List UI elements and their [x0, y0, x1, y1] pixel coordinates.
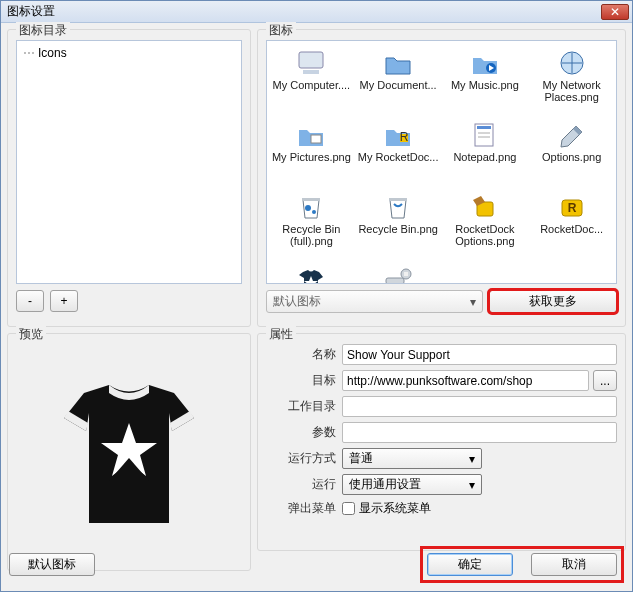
icon-item[interactable]: My Computer....: [269, 45, 354, 115]
properties-legend: 属性: [266, 326, 296, 343]
add-dir-button[interactable]: +: [50, 290, 78, 312]
file-icon: R: [552, 191, 592, 223]
run-value: 使用通用设置: [349, 476, 421, 493]
run-combo[interactable]: 使用通用设置 ▾: [342, 474, 482, 495]
target-label: 目标: [266, 372, 336, 389]
icon-item-label: RocketDock Options.png: [445, 223, 526, 247]
icon-item[interactable]: My Pictures.png: [269, 117, 354, 187]
close-button[interactable]: ✕: [601, 4, 629, 20]
icon-item[interactable]: Recycle Bin (full).png: [269, 189, 354, 259]
svg-text:R: R: [400, 130, 409, 144]
get-more-button[interactable]: 获取更多: [489, 290, 617, 313]
minus-icon: -: [28, 294, 32, 308]
file-icon: [465, 47, 505, 79]
get-more-label: 获取更多: [529, 293, 577, 310]
file-icon: [552, 47, 592, 79]
file-icon: [291, 191, 331, 223]
close-icon: ✕: [610, 5, 620, 19]
icon-item[interactable]: Wrench.png: [356, 261, 441, 284]
icons-legend: 图标: [266, 22, 296, 39]
icon-item-label: My Document...: [360, 79, 437, 91]
name-label: 名称: [266, 346, 336, 363]
shirt-icon: [54, 373, 204, 533]
cancel-button[interactable]: 取消: [531, 553, 617, 576]
ok-label: 确定: [458, 556, 482, 573]
ok-cancel-highlight: 确定 取消: [420, 546, 624, 583]
icon-item[interactable]: RMy RocketDoc...: [356, 117, 441, 187]
icon-item[interactable]: RRocketDoc...: [529, 189, 614, 259]
window-title: 图标设置: [7, 3, 55, 20]
icon-item-label: My Pictures.png: [272, 151, 351, 163]
icon-item-label: Recycle Bin (full).png: [271, 223, 352, 247]
icon-item-label: Notepad.png: [453, 151, 516, 163]
svg-rect-6: [311, 135, 321, 143]
file-icon: [378, 191, 418, 223]
args-label: 参数: [266, 424, 336, 441]
runmode-combo[interactable]: 普通 ▾: [342, 448, 482, 469]
icon-item-label: My Music.png: [451, 79, 519, 91]
name-input[interactable]: [342, 344, 617, 365]
default-icon-button[interactable]: 默认图标: [9, 553, 95, 576]
preview-group: 预览: [7, 333, 251, 571]
remove-dir-button[interactable]: -: [16, 290, 44, 312]
runmode-value: 普通: [349, 450, 373, 467]
chevron-down-icon: ▾: [469, 452, 475, 466]
popup-label: 弹出菜单: [266, 500, 336, 517]
icons-list[interactable]: My Computer....My Document...My Music.pn…: [266, 40, 617, 284]
svg-point-15: [312, 210, 316, 214]
default-icon-dropdown[interactable]: 默认图标 ▾: [266, 290, 483, 313]
file-icon: [465, 191, 505, 223]
icon-item[interactable]: Shirt.png: [269, 261, 354, 284]
workdir-label: 工作目录: [266, 398, 336, 415]
args-input[interactable]: [342, 422, 617, 443]
icon-item[interactable]: My Music.png: [443, 45, 528, 115]
show-system-menu-checkbox[interactable]: [342, 502, 355, 515]
svg-point-14: [305, 205, 311, 211]
icon-item[interactable]: Recycle Bin.png: [356, 189, 441, 259]
svg-rect-23: [404, 272, 408, 276]
icon-item-label: Recycle Bin.png: [358, 223, 438, 235]
tree-item[interactable]: ⋯ Icons: [21, 45, 237, 61]
icon-directory-legend: 图标目录: [16, 22, 70, 39]
runmode-label: 运行方式: [266, 450, 336, 467]
svg-rect-16: [389, 198, 407, 201]
file-icon: [552, 119, 592, 151]
preview-image: [16, 344, 242, 562]
preview-legend: 预览: [16, 326, 46, 343]
show-system-menu-label: 显示系统菜单: [359, 500, 431, 517]
svg-rect-2: [299, 52, 323, 68]
icon-item-label: My Computer....: [273, 79, 351, 91]
icon-directory-group: 图标目录 ⋯ Icons - +: [7, 29, 251, 327]
dropdown-label: 默认图标: [273, 293, 321, 310]
directory-tree[interactable]: ⋯ Icons: [16, 40, 242, 284]
svg-rect-21: [386, 278, 404, 284]
chevron-down-icon: ▾: [470, 295, 476, 309]
settings-window: 图标设置 ✕ 图标目录 ⋯ Icons - + 预览: [0, 0, 633, 592]
icon-item-label: My RocketDoc...: [358, 151, 439, 163]
icon-item[interactable]: My Document...: [356, 45, 441, 115]
file-icon: [378, 47, 418, 79]
file-icon: R: [378, 119, 418, 151]
svg-rect-13: [302, 198, 320, 201]
file-icon: [291, 47, 331, 79]
ok-button[interactable]: 确定: [427, 553, 513, 576]
svg-text:R: R: [567, 201, 576, 215]
browse-button[interactable]: ...: [593, 370, 617, 391]
plus-icon: +: [60, 294, 67, 308]
run-label: 运行: [266, 476, 336, 493]
file-icon: [291, 263, 331, 284]
cancel-label: 取消: [562, 556, 586, 573]
tree-dotline: ⋯: [23, 46, 35, 60]
workdir-input[interactable]: [342, 396, 617, 417]
icon-item[interactable]: My Network Places.png: [529, 45, 614, 115]
file-icon: [465, 119, 505, 151]
ellipsis-icon: ...: [600, 374, 610, 388]
icon-item-label: Options.png: [542, 151, 601, 163]
icon-item-label: RocketDoc...: [540, 223, 603, 235]
icon-item[interactable]: Notepad.png: [443, 117, 528, 187]
icon-item[interactable]: Options.png: [529, 117, 614, 187]
properties-group: 属性 名称 目标 ... 工作目录 参数: [257, 333, 626, 551]
target-input[interactable]: [342, 370, 589, 391]
chevron-down-icon: ▾: [469, 478, 475, 492]
icon-item[interactable]: RocketDock Options.png: [443, 189, 528, 259]
